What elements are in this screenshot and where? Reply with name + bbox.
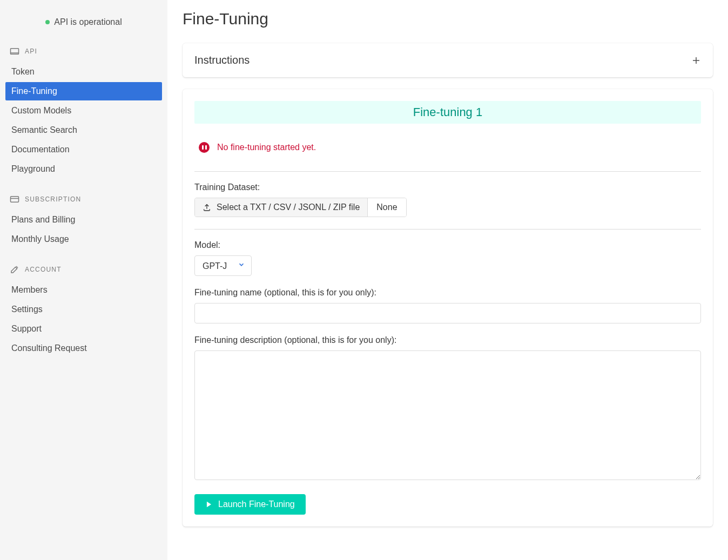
tools-icon [10, 265, 19, 274]
launch-button-label: Launch Fine-Tuning [218, 500, 295, 509]
instructions-card: Instructions [183, 43, 713, 77]
main-content: Fine-Tuning Instructions Fine-tuning 1 N… [167, 0, 728, 560]
fine-tuning-description-input[interactable] [194, 350, 701, 480]
divider [194, 229, 701, 230]
sidebar: API is operational API Token Fine-Tuning… [0, 0, 167, 560]
sidebar-item-playground[interactable]: Playground [5, 160, 162, 178]
fine-tuning-status: No fine-tuning started yet. [194, 142, 701, 171]
model-field: Model: GPT-J [194, 240, 701, 276]
fine-tuning-description-field: Fine-tuning description (optional, this … [194, 335, 701, 482]
training-dataset-field: Training Dataset: Select a TXT / CSV / J… [194, 183, 701, 217]
sidebar-section-subscription: SUBSCRIPTION [0, 190, 167, 208]
sidebar-item-semantic-search[interactable]: Semantic Search [5, 121, 162, 139]
fine-tuning-name-input[interactable] [194, 303, 701, 323]
fine-tuning-card: Fine-tuning 1 No fine-tuning started yet… [183, 89, 713, 527]
svg-marker-7 [207, 502, 211, 508]
status-dot-icon [45, 20, 50, 24]
api-status-text: API is operational [54, 17, 122, 27]
select-file-button[interactable]: Select a TXT / CSV / JSONL / ZIP file [195, 198, 368, 217]
svg-rect-2 [11, 197, 19, 203]
instructions-title: Instructions [194, 54, 250, 66]
divider [194, 171, 701, 172]
sidebar-item-token[interactable]: Token [5, 63, 162, 81]
sidebar-section-account: ACCOUNT [0, 260, 167, 279]
select-file-button-label: Select a TXT / CSV / JSONL / ZIP file [217, 203, 360, 212]
sidebar-item-monthly-usage[interactable]: Monthly Usage [5, 230, 162, 248]
sidebar-section-label: SUBSCRIPTION [25, 195, 81, 203]
sidebar-item-documentation[interactable]: Documentation [5, 140, 162, 159]
sidebar-item-consulting-request[interactable]: Consulting Request [5, 339, 162, 357]
pause-icon [199, 142, 210, 153]
plus-icon [691, 56, 701, 65]
model-label: Model: [194, 240, 701, 250]
sidebar-section-label: API [25, 48, 37, 55]
file-picker: Select a TXT / CSV / JSONL / ZIP file No… [194, 198, 407, 217]
fine-tuning-name-field: Fine-tuning name (optional, this is for … [194, 288, 701, 323]
sidebar-item-fine-tuning[interactable]: Fine-Tuning [5, 82, 162, 100]
training-dataset-label: Training Dataset: [194, 183, 701, 192]
sidebar-item-plans-billing[interactable]: Plans and Billing [5, 211, 162, 229]
page-title: Fine-Tuning [183, 10, 713, 28]
sidebar-item-members[interactable]: Members [5, 281, 162, 299]
sidebar-item-custom-models[interactable]: Custom Models [5, 102, 162, 120]
sidebar-section-label: ACCOUNT [25, 266, 62, 273]
play-icon [205, 501, 213, 508]
credit-card-icon [10, 194, 19, 204]
launch-fine-tuning-button[interactable]: Launch Fine-Tuning [194, 494, 306, 515]
sidebar-item-settings[interactable]: Settings [5, 300, 162, 319]
sidebar-item-support[interactable]: Support [5, 320, 162, 338]
upload-icon [203, 203, 211, 212]
api-status: API is operational [0, 17, 167, 27]
instructions-toggle[interactable]: Instructions [183, 43, 713, 77]
fine-tuning-description-label: Fine-tuning description (optional, this … [194, 335, 701, 345]
fine-tuning-banner: Fine-tuning 1 [194, 101, 701, 124]
selected-file-name: None [368, 198, 406, 217]
fine-tuning-name-label: Fine-tuning name (optional, this is for … [194, 288, 701, 298]
model-select[interactable]: GPT-J [194, 255, 252, 276]
fine-tuning-status-text: No fine-tuning started yet. [217, 143, 316, 152]
sidebar-section-api: API [0, 42, 167, 60]
terminal-icon [10, 46, 19, 56]
